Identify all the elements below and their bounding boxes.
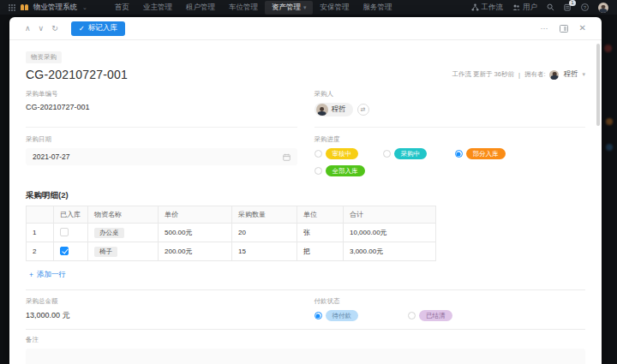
plus-icon: + — [29, 271, 33, 279]
radio-icon — [314, 167, 322, 175]
app-switcher-icon[interactable] — [9, 4, 15, 11]
next-record-button[interactable]: ∨ — [39, 25, 45, 33]
inbound-cell — [54, 242, 88, 261]
item-name-chip: 椅子 — [94, 247, 117, 257]
col-unit: 单位 — [297, 206, 344, 224]
app-caret-icon[interactable]: ⌄ — [82, 4, 87, 11]
unit-price-cell: 200.00元 — [159, 242, 232, 261]
purchaser-avatar — [316, 104, 328, 116]
progress-option-partial-inbound[interactable]: 部分入库 — [455, 148, 586, 159]
purchaser-label: 采购人 — [314, 90, 586, 98]
workflow-meta[interactable]: 工作流 更新于 36秒前 — [452, 70, 514, 79]
user-avatar[interactable] — [598, 3, 608, 13]
field-payment-status: 付款状态 待付款 已结清 — [314, 297, 586, 321]
inbound-checkbox-checked[interactable] — [60, 247, 69, 255]
unit-cell: 张 — [297, 224, 344, 242]
total-amount-label: 采购总金额 — [26, 297, 297, 306]
status-pill: 全部入库 — [326, 165, 365, 176]
inbound-checkbox[interactable] — [60, 228, 69, 236]
radio-icon — [408, 312, 416, 319]
index-header — [27, 206, 54, 224]
order-no-label: 采购单编号 — [26, 90, 297, 98]
purchaser-chip[interactable]: 程哲 — [314, 103, 353, 116]
nav-item-service-mgmt[interactable]: 服务管理 — [356, 1, 398, 15]
owner-label: 拥有者: — [524, 70, 546, 79]
payment-option-settled[interactable]: 已结清 — [408, 310, 452, 321]
users-icon — [512, 3, 520, 11]
modal-toolbar: ∧ ∨ ↻ ✓ 标记入库 ··· ✕ — [9, 17, 602, 40]
add-row-button[interactable]: + 添加一行 — [26, 268, 69, 282]
total-cell: 3,000.00元 — [344, 242, 436, 261]
workflow-icon — [471, 3, 479, 11]
status-pill: 部分入库 — [466, 148, 506, 159]
main-nav: 首页 业主管理 租户管理 车位管理 资产管理 ▾ 安保管理 服务管理 — [108, 1, 399, 15]
progress-option-reviewing[interactable]: 审核中 — [314, 148, 383, 159]
col-item-name: 物资名称 — [88, 206, 159, 224]
item-name-cell[interactable]: 椅子 — [88, 242, 159, 261]
sidebar-toggle-icon[interactable] — [560, 25, 568, 33]
order-no-value[interactable]: CG-20210727-001 — [26, 103, 297, 111]
help-icon[interactable]: ? — [581, 3, 589, 11]
field-order-no: 采购单编号 CG-20210727-001 — [26, 90, 297, 128]
table-row: 2 椅子 200.00元 15 把 3,000.00元 — [27, 242, 436, 261]
scrollbar-thumb[interactable] — [596, 44, 600, 126]
unit-price-cell: 500.00元 — [159, 224, 232, 242]
col-inbound: 已入库 — [54, 206, 88, 224]
remark-textarea[interactable] — [26, 349, 585, 364]
swap-icon: ⇄ — [361, 106, 366, 112]
nav-item-tenant-mgmt[interactable]: 租户管理 — [179, 1, 222, 15]
col-quantity: 采购数量 — [232, 206, 297, 224]
item-name-chip: 办公桌 — [94, 228, 124, 238]
divider — [26, 289, 585, 290]
radio-selected-icon — [455, 150, 463, 158]
remark-label: 备注 — [26, 336, 585, 344]
inbound-cell — [54, 224, 88, 242]
more-button[interactable]: ··· — [541, 25, 548, 33]
radio-icon — [383, 150, 391, 158]
row-index: 1 — [27, 224, 54, 242]
close-icon[interactable]: ✕ — [579, 24, 586, 33]
backdrop-peek — [606, 118, 613, 125]
users-entry[interactable]: 用户 — [512, 3, 537, 13]
owner-dropdown-icon[interactable]: ▾ — [582, 71, 585, 78]
refresh-icon[interactable]: ↻ — [51, 25, 58, 33]
add-row-label: 添加一行 — [37, 270, 66, 280]
swap-purchaser-button[interactable]: ⇄ — [357, 104, 369, 116]
notifications-entry[interactable]: 1 — [564, 3, 572, 11]
mark-inbound-button[interactable]: ✓ 标记入库 — [71, 21, 125, 36]
backdrop-peek — [606, 144, 613, 151]
progress-option-purchasing[interactable]: 采购中 — [383, 148, 455, 159]
progress-option-full-inbound[interactable]: 全部入库 — [314, 165, 383, 176]
workflow-entry[interactable]: 工作流 — [471, 3, 504, 13]
field-total-amount: 采购总金额 13,000.00 元 — [26, 297, 297, 321]
payment-option-unpaid[interactable]: 待付款 — [314, 310, 359, 321]
date-input[interactable]: 2021-07-27 — [26, 148, 297, 165]
nav-item-owner-mgmt[interactable]: 业主管理 — [136, 1, 179, 15]
radio-icon — [314, 150, 322, 158]
total-cell: 10,000.00元 — [344, 224, 436, 242]
item-name-cell[interactable]: 办公桌 — [88, 224, 159, 242]
record-modal: ∧ ∨ ↻ ✓ 标记入库 ··· ✕ 物资采购 CG-20210727-001 … — [9, 17, 602, 364]
nav-item-asset-mgmt[interactable]: 资产管理 ▾ — [265, 1, 314, 15]
brand-logo-icon — [21, 4, 28, 10]
row-index: 2 — [27, 242, 54, 261]
search-icon[interactable] — [547, 3, 554, 11]
modal-scrollbar[interactable] — [596, 44, 600, 361]
prev-record-button[interactable]: ∧ — [25, 25, 31, 33]
workflow-label: 工作流 — [482, 3, 504, 13]
users-label: 用户 — [523, 3, 537, 13]
app-title[interactable]: 物业管理系统 — [33, 3, 77, 13]
quantity-cell: 15 — [232, 242, 297, 261]
status-pill: 待付款 — [326, 310, 359, 321]
unit-cell: 把 — [297, 242, 344, 261]
nav-item-parking-mgmt[interactable]: 车位管理 — [222, 1, 265, 15]
divider — [26, 329, 585, 330]
nav-item-security-mgmt[interactable]: 安保管理 — [313, 1, 356, 15]
col-unit-price: 单价 — [159, 206, 232, 224]
nav-item-home[interactable]: 首页 — [108, 1, 136, 15]
field-progress: 采购进度 审核中 采购中 部分入库 — [314, 135, 586, 176]
status-pill: 采购中 — [394, 148, 428, 159]
check-icon: ✓ — [79, 24, 85, 33]
mark-inbound-label: 标记入库 — [88, 23, 117, 33]
owner-avatar[interactable] — [549, 70, 559, 80]
